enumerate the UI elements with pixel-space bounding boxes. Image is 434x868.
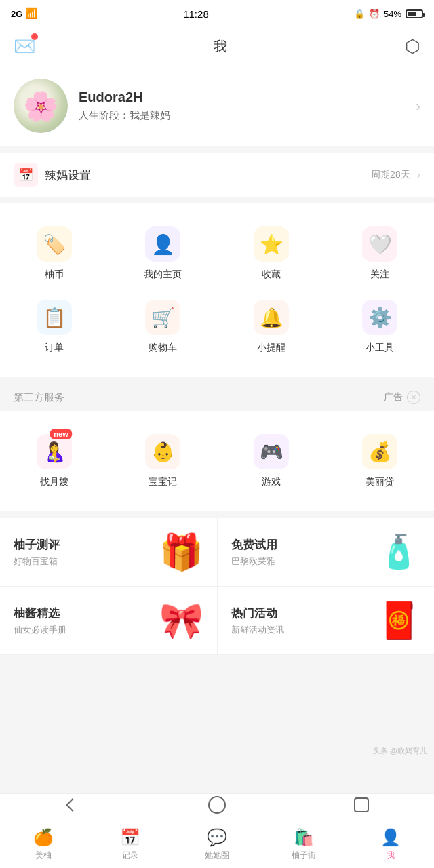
promo-card-activity[interactable]: 热门活动 新鲜活动资讯 🧧 — [218, 587, 435, 654]
nav-item-diary[interactable]: 📅 记录 — [87, 821, 174, 868]
calendar-icon: 📅 — [14, 163, 38, 187]
nanny-label: 找月嫂 — [40, 476, 68, 488]
order-icon: 📋 — [37, 300, 72, 335]
game-icon: 🎮 — [254, 434, 289, 469]
grid-item-follow[interactable]: 🤍 关注 — [326, 217, 434, 290]
promo-row-1: 柚子测评 好物百宝箱 🎁 免费试用 巴黎欧莱雅 🧴 — [0, 518, 434, 587]
back-button[interactable] — [62, 794, 83, 816]
settings-title: 辣妈设置 — [45, 167, 364, 183]
home-button[interactable] — [206, 794, 228, 816]
mail-badge — [31, 33, 38, 40]
grid-item-order[interactable]: 📋 订单 — [0, 290, 108, 363]
status-bar: 2G 📶 11:28 🔒 ⏰ 54% — [0, 0, 434, 27]
grid-item-cart[interactable]: 🛒 购物车 — [108, 290, 217, 363]
promo-review-subtitle: 好物百宝箱 — [14, 555, 60, 568]
baby-label: 宝宝记 — [149, 476, 177, 488]
me-nav-icon: 👤 — [380, 828, 401, 847]
nav-item-street[interactable]: 🛍️ 柚子街 — [260, 821, 347, 868]
home-nav-label: 美柚 — [35, 850, 52, 861]
promo-activity-image: 🧧 — [377, 599, 420, 642]
page-title: 我 — [214, 37, 227, 56]
promo-review-title: 柚子测评 — [14, 537, 60, 553]
grid-item-nanny[interactable]: new 🤱 找月嫂 — [0, 425, 108, 498]
promo-selection-title: 柚酱精选 — [14, 606, 66, 621]
top-nav: ✉️ 我 ⬡ — [0, 27, 434, 65]
profile-chevron-icon: › — [416, 98, 420, 114]
follow-label: 关注 — [370, 269, 389, 281]
ad-close-button[interactable]: × — [407, 391, 420, 404]
grid-item-coin[interactable]: 🏷️ 柚币 — [0, 217, 108, 290]
nav-item-me[interactable]: 👤 我 — [347, 821, 434, 868]
third-party-header: 第三方服务 广告 × — [0, 384, 434, 411]
profile-stage: 人生阶段：我是辣妈 — [79, 109, 405, 122]
lock-icon: 🔒 — [354, 9, 365, 19]
street-nav-icon: 🛍️ — [294, 828, 314, 847]
grid-item-collect[interactable]: ⭐ 收藏 — [217, 217, 326, 290]
third-party-label: 第三方服务 — [14, 391, 64, 404]
promo-trial-subtitle: 巴黎欧莱雅 — [231, 555, 277, 568]
street-nav-label: 柚子街 — [292, 850, 316, 861]
promo-card-review[interactable]: 柚子测评 好物百宝箱 🎁 — [0, 518, 218, 586]
cart-icon: 🛒 — [145, 300, 180, 335]
tools-label: 小工具 — [366, 342, 394, 354]
promo-row-2: 柚酱精选 仙女必读手册 🎀 热门活动 新鲜活动资讯 🧧 — [0, 587, 434, 655]
collect-label: 收藏 — [262, 269, 281, 281]
nav-item-circle[interactable]: 💬 她她圈 — [174, 821, 260, 868]
remind-icon: 🔔 — [254, 300, 289, 335]
promo-review-image: 🎁 — [160, 530, 203, 574]
third-party-grid: new 🤱 找月嫂 👶 宝宝记 🎮 游戏 💰 美丽贷 — [0, 411, 434, 511]
promo-trial-title: 免费试用 — [231, 537, 277, 553]
promo-selection-subtitle: 仙女必读手册 — [14, 624, 66, 636]
homepage-label: 我的主页 — [144, 269, 182, 281]
grid-item-game[interactable]: 🎮 游戏 — [217, 425, 326, 498]
circle-nav-label: 她她圈 — [205, 850, 229, 861]
profile-section[interactable]: Eudora2H 人生阶段：我是辣妈 › — [0, 65, 434, 146]
coin-icon: 🏷️ — [37, 226, 72, 262]
promo-activity-subtitle: 新鲜活动资讯 — [231, 624, 284, 636]
coin-label: 柚币 — [45, 269, 64, 281]
tools-icon: ⚙️ — [362, 300, 397, 335]
watermark: 头条 @欣妈育儿 — [0, 743, 434, 759]
promo-activity-title: 热门活动 — [231, 606, 284, 621]
alarm-icon: ⏰ — [369, 9, 380, 19]
promo-section: 柚子测评 好物百宝箱 🎁 免费试用 巴黎欧莱雅 🧴 柚酱精选 仙女必读手册 — [0, 518, 434, 655]
settings-button[interactable]: ⬡ — [405, 36, 420, 57]
settings-icon: ⬡ — [405, 36, 420, 56]
me-nav-label: 我 — [387, 850, 395, 861]
signal-text: 2G 📶 — [11, 7, 38, 20]
promo-selection-image: 🎀 — [160, 599, 203, 642]
grid-item-remind[interactable]: 🔔 小提醒 — [217, 290, 326, 363]
recents-button[interactable] — [351, 794, 372, 816]
diary-nav-icon: 📅 — [120, 828, 140, 847]
settings-bar[interactable]: 📅 辣妈设置 周期28天 › — [0, 153, 434, 197]
remind-label: 小提醒 — [257, 342, 285, 354]
mail-button[interactable]: ✉️ — [14, 36, 35, 57]
beauty-label: 美丽贷 — [366, 476, 394, 488]
quick-grid: 🏷️ 柚币 👤 我的主页 ⭐ 收藏 🤍 关注 📋 订单 🛒 购物车 🔔 — [0, 203, 434, 377]
system-nav-bar — [0, 793, 434, 821]
grid-item-tools[interactable]: ⚙️ 小工具 — [326, 290, 434, 363]
promo-card-trial[interactable]: 免费试用 巴黎欧莱雅 🧴 — [218, 518, 435, 586]
profile-username: Eudora2H — [79, 90, 405, 105]
grid-item-beauty[interactable]: 💰 美丽贷 — [326, 425, 434, 498]
game-label: 游戏 — [262, 476, 281, 488]
circle-nav-icon: 💬 — [207, 828, 227, 847]
ad-area: 广告 × — [384, 391, 420, 404]
grid-item-baby[interactable]: 👶 宝宝记 — [108, 425, 217, 498]
diary-nav-label: 记录 — [122, 850, 138, 861]
profile-info: Eudora2H 人生阶段：我是辣妈 — [79, 90, 405, 122]
nav-item-home[interactable]: 🍊 美柚 — [0, 821, 87, 868]
bottom-nav: 🍊 美柚 📅 记录 💬 她她圈 🛍️ 柚子街 👤 我 — [0, 821, 434, 868]
promo-card-selection[interactable]: 柚酱精选 仙女必读手册 🎀 — [0, 587, 218, 654]
time-display: 11:28 — [183, 8, 209, 20]
grid-item-homepage[interactable]: 👤 我的主页 — [108, 217, 217, 290]
home-nav-icon: 🍊 — [33, 828, 54, 847]
follow-icon: 🤍 — [362, 226, 397, 262]
cart-label: 购物车 — [149, 342, 177, 354]
battery-icon — [406, 9, 423, 18]
avatar — [14, 79, 68, 133]
new-badge: new — [50, 429, 72, 439]
ad-label: 广告 — [384, 391, 403, 403]
promo-trial-image: 🧴 — [377, 530, 420, 574]
baby-icon: 👶 — [145, 434, 180, 469]
